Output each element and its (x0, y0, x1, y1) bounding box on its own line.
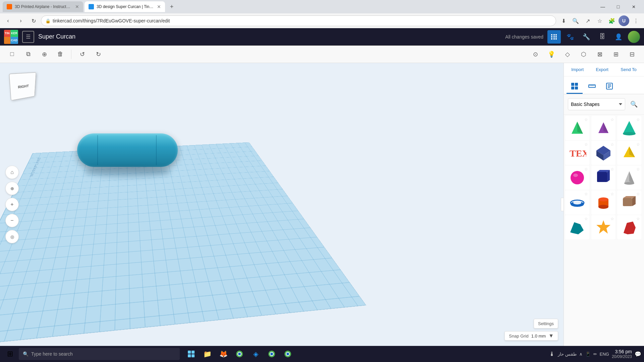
shape-library-select[interactable]: Basic Shapes (568, 98, 625, 110)
3d-object[interactable] (77, 133, 178, 170)
maximize-button[interactable] (610, 1, 626, 12)
forward-button[interactable]: › (15, 15, 26, 26)
shape-teal-cone[interactable]: ☆ (617, 116, 641, 140)
star-purple-pyramid[interactable]: ☆ (610, 117, 614, 122)
duplicate-button[interactable]: ⊕ (38, 48, 51, 61)
star-yellow-star[interactable]: ☆ (610, 217, 614, 221)
chrome3-button[interactable] (280, 347, 295, 361)
browser-tab-2[interactable]: 3D design Super Curcan | Tinker... ✕ (85, 1, 165, 12)
menu-icon[interactable]: ⋮ (631, 15, 641, 26)
redo-button[interactable]: ↻ (92, 48, 105, 61)
back-button[interactable]: ‹ (3, 15, 13, 26)
star-text-3d[interactable]: ☆ (584, 142, 588, 147)
file-explorer-button[interactable]: 📁 (200, 347, 215, 361)
add-user-icon[interactable]: 👤 (612, 30, 625, 44)
community-button[interactable]: ◇ (561, 48, 574, 61)
taskbar-clock[interactable]: 3:56 pm 20/09/2023 (612, 349, 632, 359)
tab-notes[interactable] (601, 79, 618, 94)
shape-green-pyramid[interactable]: ☆ (565, 116, 589, 140)
firefox-button[interactable]: 🦊 (216, 347, 231, 361)
panel-collapse-button[interactable]: › (561, 198, 564, 211)
tab1-close[interactable]: ✕ (75, 4, 79, 9)
shape-dark-blue-cube[interactable]: ☆ (591, 166, 615, 190)
close-button[interactable] (626, 1, 641, 12)
share-icon[interactable]: ↗ (582, 15, 593, 26)
import-button[interactable]: Import (567, 66, 588, 73)
tab-ruler[interactable] (584, 79, 600, 94)
export-button[interactable]: Export (592, 66, 612, 73)
settings-gear-icon[interactable]: 🔧 (580, 30, 593, 44)
light-button[interactable]: 💡 (545, 48, 558, 61)
cube-face-right[interactable]: RIGHT (9, 72, 36, 101)
notification-icon[interactable]: 💬 (635, 351, 641, 357)
favorites-icon[interactable]: ☆ (594, 15, 605, 26)
star-teal-cone[interactable]: ☆ (636, 117, 640, 122)
ungroup-button[interactable]: ⊟ (625, 48, 639, 61)
start-button[interactable]: ⊞ (3, 347, 17, 361)
group-button[interactable]: ⊞ (609, 48, 623, 61)
notifications-icon[interactable]: 🐾 (564, 30, 577, 44)
star-teal-irregular[interactable]: ☆ (584, 217, 588, 221)
snap-grid-dropdown-icon[interactable]: ▼ (548, 333, 554, 339)
undo-button[interactable]: ↺ (75, 48, 89, 61)
send-to-button[interactable]: Send To (616, 66, 640, 73)
minimize-button[interactable] (595, 1, 610, 12)
shape-purple-pyramid[interactable]: ☆ (591, 116, 615, 140)
shape-yellow-pyramid[interactable]: ☆ (617, 141, 641, 165)
view-3d-button[interactable]: ◎ (5, 230, 19, 243)
download-icon[interactable]: ⬇ (558, 15, 569, 26)
grid-view-button[interactable] (547, 30, 561, 44)
star-dark-blue-cube[interactable]: ☆ (610, 167, 614, 172)
flip-button[interactable]: ⬡ (577, 48, 590, 61)
shape-gray-cone[interactable]: ☆ (617, 166, 641, 190)
profile-icon[interactable]: U (619, 15, 629, 26)
shape-orange-cylinder[interactable]: ☆ (591, 190, 615, 215)
star-gray-cone[interactable]: ☆ (636, 167, 640, 172)
tab2-close[interactable]: ✕ (157, 4, 161, 9)
chrome-button[interactable] (232, 347, 247, 361)
refresh-button[interactable]: ↻ (28, 15, 39, 26)
shape-text-3d[interactable]: ☆ TEXT (565, 141, 589, 165)
shape-tan-box[interactable]: ☆ (617, 190, 641, 215)
camera-button[interactable]: ⊙ (529, 48, 542, 61)
settings-button[interactable]: Settings (534, 319, 558, 328)
arrow-up-icon[interactable]: ∧ (579, 352, 583, 357)
search-icon[interactable]: 🔍 (570, 15, 581, 26)
shape-search-button[interactable]: 🔍 (628, 98, 640, 110)
zoom-out-button[interactable]: − (5, 214, 19, 227)
new-shape-button[interactable]: □ (5, 48, 19, 61)
menu-list-icon[interactable]: ☰ (22, 31, 34, 43)
star-tan-box[interactable]: ☆ (636, 192, 640, 196)
view-cube[interactable]: RIGHT (10, 73, 37, 100)
briefcase-icon[interactable]: 🗄 (596, 30, 609, 44)
shape-torus[interactable]: ☆ (565, 190, 589, 215)
browser-tab-1[interactable]: 3D Printed Airplane - Instructab... ✕ (3, 1, 83, 12)
star-blue-cube[interactable]: ☆ (610, 142, 614, 147)
star-yellow-pyramid[interactable]: ☆ (636, 142, 640, 147)
star-green-pyramid[interactable]: ☆ (584, 117, 588, 122)
tinkercad-logo[interactable]: TIN KER CAD (4, 30, 18, 44)
star-magenta-sphere[interactable]: ☆ (584, 167, 588, 172)
viewport[interactable]: RIGHT WORKPLANE (0, 63, 564, 346)
star-orange-cylinder[interactable]: ☆ (610, 192, 614, 196)
chrome2-button[interactable] (264, 347, 279, 361)
shape-yellow-star[interactable]: ☆ (591, 215, 615, 239)
star-torus[interactable]: ☆ (584, 192, 588, 196)
3d-viewer-button[interactable]: ◈ (248, 347, 263, 361)
star-red-irregular[interactable]: ☆ (636, 217, 640, 221)
shape-magenta-sphere[interactable]: ☆ (565, 166, 589, 190)
user-avatar[interactable] (628, 31, 640, 43)
shape-teal-irregular[interactable]: ☆ (565, 215, 589, 239)
address-bar[interactable]: 🔒 tinkercad.com/things/7RdEuGwGOVE-super… (41, 15, 556, 26)
tab-shapes[interactable] (567, 79, 583, 94)
new-tab-button[interactable]: + (166, 1, 177, 12)
task-view-button[interactable] (184, 347, 199, 361)
zoom-in-button[interactable]: + (5, 198, 19, 211)
extensions-icon[interactable]: 🧩 (606, 15, 617, 26)
copy-button[interactable]: ⧉ (21, 48, 35, 61)
home-view-button[interactable]: ⌂ (5, 166, 19, 179)
mirror-button[interactable]: ⊠ (593, 48, 606, 61)
shape-blue-cube[interactable]: ☆ (591, 141, 615, 165)
fit-view-button[interactable]: ⊕ (5, 182, 19, 195)
delete-button[interactable]: 🗑 (54, 48, 67, 61)
